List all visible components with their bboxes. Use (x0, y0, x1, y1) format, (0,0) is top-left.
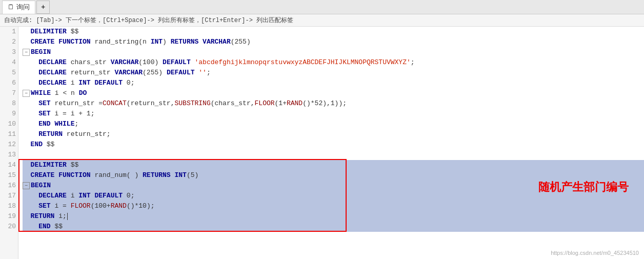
autocomplete-hint: 自动完成: [Tab]-> 下一个标签，[Ctrl+Space]-> 列出所有标… (0, 14, 644, 27)
line-num-1: 1 (4, 27, 16, 37)
line-num-6: 6 (4, 78, 16, 88)
code-line-1: DELIMITER $$ (23, 27, 644, 37)
watermark: https://blog.csdn.net/m0_45234510 (551, 250, 639, 256)
line-numbers: 1 2 3 4 5 6 7 8 9 10 11 12 13 14 15 16 1… (0, 27, 18, 259)
code-line-3: −BEGIN (23, 47, 644, 57)
code-editor[interactable]: 1 2 3 4 5 6 7 8 9 10 11 12 13 14 15 16 1… (0, 27, 644, 259)
main-window: 🗒 询问 + 自动完成: [Tab]-> 下一个标签，[Ctrl+Space]-… (0, 0, 644, 259)
line-num-17: 17 (4, 191, 16, 201)
code-line-9: SET i = i + 1; (23, 109, 644, 119)
line-num-11: 11 (4, 129, 16, 140)
line-num-12: 12 (4, 140, 16, 150)
line-num-4: 4 (4, 57, 16, 68)
new-tab-icon: + (41, 3, 45, 11)
tab-label: 询问 (16, 3, 30, 12)
code-line-20: END $$ (23, 222, 644, 232)
code-line-11: RETURN return_str; (23, 129, 644, 140)
code-line-5: DECLARE return_str VARCHAR(255) DEFAULT … (23, 68, 644, 78)
code-content[interactable]: DELIMITER $$ CREATE FUNCTION rand_string… (18, 27, 644, 259)
line-num-10: 10 (4, 119, 16, 129)
code-line-16: −BEGIN (23, 181, 644, 191)
line-num-18: 18 (4, 201, 16, 211)
line-num-2: 2 (4, 37, 16, 47)
db-icon: 🗒 (8, 4, 14, 11)
code-line-14: DELIMITER $$ (23, 160, 644, 170)
new-tab-button[interactable]: + (36, 1, 50, 14)
line-num-7: 7 (4, 88, 16, 98)
line-num-15: 15 (4, 170, 16, 181)
line-num-16: 16 (4, 181, 16, 191)
line-num-8: 8 (4, 98, 16, 109)
line-num-14: 14 (4, 160, 16, 170)
line-num-3: 3 (4, 47, 16, 57)
tab-bar: 🗒 询问 + (0, 0, 644, 14)
fold-icon-3[interactable]: − (23, 49, 30, 56)
code-line-7: −WHILE i < n DO (23, 88, 644, 98)
code-line-15: CREATE FUNCTION rand_num( ) RETURNS INT(… (23, 170, 644, 181)
code-line-19: RETURN i; (23, 211, 644, 222)
hint-text: 自动完成: [Tab]-> 下一个标签，[Ctrl+Space]-> 列出所有标… (4, 16, 293, 25)
code-line-18: SET i = FLOOR(100+RAND()*10); (23, 201, 644, 211)
fold-icon-16[interactable]: − (23, 182, 30, 189)
code-line-6: DECLARE i INT DEFAULT 0; (23, 78, 644, 88)
code-line-12: END $$ (23, 140, 644, 150)
text-cursor (67, 213, 68, 220)
line-num-5: 5 (4, 68, 16, 78)
line-num-19: 19 (4, 211, 16, 222)
code-line-4: DECLARE chars_str VARCHAR(100) DEFAULT '… (23, 57, 644, 68)
line-num-13: 13 (4, 150, 16, 160)
fold-icon-7[interactable]: − (23, 90, 30, 97)
code-line-8: SET return_str =CONCAT(return_str,SUBSTR… (23, 98, 644, 109)
tab-query[interactable]: 🗒 询问 (2, 1, 35, 14)
code-line-17: DECLARE i INT DEFAULT 0; (23, 191, 644, 201)
code-line-2: CREATE FUNCTION rand_string(n INT) RETUR… (23, 37, 644, 47)
code-line-13 (23, 150, 644, 160)
code-line-10: END WHILE; (23, 119, 644, 129)
line-num-9: 9 (4, 109, 16, 119)
line-num-20: 20 (4, 222, 16, 232)
